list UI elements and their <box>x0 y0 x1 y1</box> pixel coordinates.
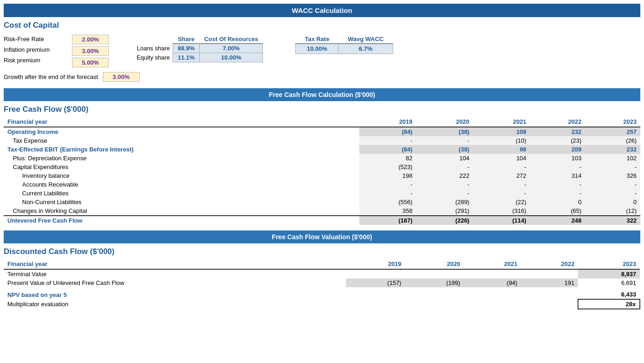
fcf-col-label: Financial year <box>4 117 359 127</box>
cell: 232 <box>530 127 585 136</box>
cell: (84) <box>359 127 416 136</box>
row-label: Operating Income <box>4 127 359 136</box>
risk-premium-value[interactable]: 5.00% <box>72 58 109 67</box>
cell: (291) <box>416 206 473 216</box>
cell: (199) <box>405 278 464 287</box>
cell: - <box>585 163 640 171</box>
cell: - <box>530 180 585 189</box>
loans-share-value: 88.9% <box>173 44 200 53</box>
cell: (26) <box>585 136 640 145</box>
table-row: Plus: Depreciation Expense 82 104 104 10… <box>4 154 640 163</box>
multiplicator-row: Multiplicator evaluation 28x <box>4 299 640 309</box>
cell: - <box>359 189 416 198</box>
dcf-col-2020: 2020 <box>405 259 464 269</box>
npv-label: NPV based on year 5 <box>4 287 346 299</box>
cell: 248 <box>530 216 585 225</box>
cell <box>464 269 521 278</box>
fcf-col-2023: 2023 <box>585 117 640 127</box>
cell: 104 <box>473 154 530 163</box>
cell: - <box>530 163 585 171</box>
cell: (22) <box>473 198 530 206</box>
cell <box>346 299 405 309</box>
cell: 8,937 <box>578 269 640 278</box>
cell: 272 <box>473 171 530 180</box>
row-label: Capital Expenditures <box>4 163 359 171</box>
dcf-col-2023: 2023 <box>578 259 640 269</box>
cell: - <box>416 180 473 189</box>
table-row: Inventory balance 198 222 272 314 326 <box>4 171 640 180</box>
cell: 314 <box>530 171 585 180</box>
cell: 191 <box>521 278 578 287</box>
fcf-col-2022: 2022 <box>530 117 585 127</box>
table-row: Capital Expenditures (523) - - - - <box>4 163 640 171</box>
row-label: Accounts Receivable <box>4 180 359 189</box>
row-label: Current Liabilities <box>4 189 359 198</box>
cell: 102 <box>585 154 640 163</box>
risk-premium-label: Risk premium <box>4 56 68 65</box>
cell: 109 <box>473 127 530 136</box>
cell: 198 <box>359 171 416 180</box>
cell: (226) <box>416 216 473 225</box>
table-row: Accounts Receivable - - - - - <box>4 180 640 189</box>
risk-free-rate-value[interactable]: 2.00% <box>72 35 109 44</box>
inflation-premium-value[interactable]: 3.00% <box>72 46 109 56</box>
cell: 99 <box>473 145 530 154</box>
cell: (556) <box>359 198 416 206</box>
cell <box>405 299 464 309</box>
tax-rate-value: 10.00% <box>296 44 339 54</box>
cell: (523) <box>359 163 416 171</box>
cell: 0 <box>585 198 640 206</box>
row-label: Plus: Depreciation Expense <box>4 154 359 163</box>
cell: (38) <box>416 127 473 136</box>
fcf-col-2019: 2019 <box>359 117 416 127</box>
cell: 6,691 <box>578 278 640 287</box>
cell: 0 <box>530 198 585 206</box>
cell: - <box>416 136 473 145</box>
growth-value[interactable]: 3.00% <box>103 72 140 82</box>
cell: (65) <box>530 206 585 216</box>
cell: 322 <box>585 216 640 225</box>
row-label: Unlevered Free Cash Flow <box>4 216 359 225</box>
cell: - <box>585 180 640 189</box>
cell: - <box>473 163 530 171</box>
cell: - <box>530 189 585 198</box>
cell: - <box>359 136 416 145</box>
tax-rate-header: Tax Rate <box>296 35 339 44</box>
dcf-col-label: Financial year <box>4 259 346 269</box>
table-row: Terminal Value 8,937 <box>4 269 640 278</box>
wavg-wacc-header: Wavg WACC <box>339 35 393 44</box>
cell: - <box>416 189 473 198</box>
main-title: WACC Calculation <box>4 4 640 17</box>
cell <box>346 287 405 299</box>
cell: (167) <box>359 216 416 225</box>
table-row: Unlevered Free Cash Flow (167) (226) (11… <box>4 216 640 225</box>
cell: - <box>416 163 473 171</box>
row-label: Changes in Working Capital <box>4 206 359 216</box>
multiplicator-label: Multiplicator evaluation <box>4 299 346 309</box>
cell <box>521 269 578 278</box>
npv-value: 6,433 <box>578 287 640 299</box>
loans-share-label: Loans share <box>132 44 173 53</box>
cell: (23) <box>530 136 585 145</box>
cell <box>464 287 521 299</box>
wavg-wacc-value: 6.7% <box>339 44 393 54</box>
cell: (94) <box>464 278 521 287</box>
fcf-heading: Free Cash Flow ($'000) <box>4 105 640 114</box>
row-label: Tax-Effected EBIT (Earnings Before Inter… <box>4 145 359 154</box>
cell <box>521 299 578 309</box>
table-row: Tax Expense - - (10) (23) (26) <box>4 136 640 145</box>
fcf-table: Financial year 2019 2020 2021 2022 2023 … <box>4 117 640 225</box>
fcf-valuation-title: Free Cash Flow Valuation ($'000) <box>4 230 640 243</box>
table-row: Current Liabilities - - - - - <box>4 189 640 198</box>
cell: (289) <box>416 198 473 206</box>
cell: 82 <box>359 154 416 163</box>
cell: (157) <box>346 278 405 287</box>
dcf-col-2019: 2019 <box>346 259 405 269</box>
cell: 103 <box>530 154 585 163</box>
cell: 104 <box>416 154 473 163</box>
dcf-heading: Discounted Cash Flow ($'000) <box>4 247 640 256</box>
risk-free-rate-label: Risk-Free Rate <box>4 35 68 43</box>
cell: - <box>473 189 530 198</box>
row-label: Terminal Value <box>4 269 346 278</box>
cost-of-capital-heading: Cost of Capital <box>4 21 640 30</box>
